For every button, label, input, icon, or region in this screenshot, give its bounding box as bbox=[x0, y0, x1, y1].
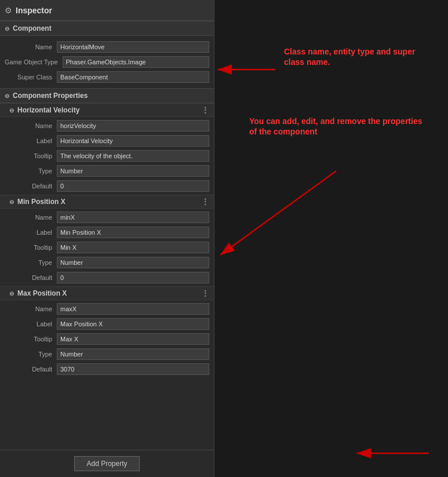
field-row-horiz-velocity-4: Default bbox=[0, 179, 214, 194]
field-label-max-position-x-0: Name bbox=[5, 305, 57, 312]
field-row-max-position-x-3: Type bbox=[0, 347, 214, 362]
class-annotation-text: Class name, entity type and super class … bbox=[284, 46, 435, 67]
field-input-min-position-x-1[interactable] bbox=[57, 227, 209, 238]
field-label-horiz-velocity-3: Type bbox=[5, 168, 57, 174]
prop-group-title-horiz-velocity: Horizontal Velocity bbox=[17, 106, 79, 114]
field-type-input-max-position-x-3[interactable] bbox=[57, 348, 209, 360]
field-row-min-position-x-3: Type bbox=[0, 255, 214, 270]
field-row-horiz-velocity-1: Label bbox=[0, 133, 214, 148]
field-label-min-position-x-0: Name bbox=[5, 214, 57, 221]
inspector-panel: ⚙ Inspector ⊖ Component Name Game Object… bbox=[0, 0, 214, 477]
field-input-max-position-x-4[interactable] bbox=[57, 363, 209, 375]
field-label-max-position-x-3: Type bbox=[5, 351, 57, 358]
field-row-min-position-x-4: Default bbox=[0, 270, 214, 285]
collapse-icon-horiz-velocity[interactable]: ⊖ bbox=[9, 107, 14, 114]
field-label-horiz-velocity-4: Default bbox=[5, 183, 57, 190]
field-label-horiz-velocity-2: Tooltip bbox=[5, 152, 57, 159]
prop-group-menu-horiz-velocity[interactable]: ⋮ bbox=[201, 105, 209, 115]
field-label-horiz-velocity-0: Name bbox=[5, 122, 57, 129]
field-row-horiz-velocity-0: Name bbox=[0, 118, 214, 133]
component-section-header[interactable]: ⊖ Component bbox=[0, 21, 214, 36]
game-object-type-row: Game Object Type bbox=[0, 54, 214, 70]
collapse-icon-max-position-x[interactable]: ⊖ bbox=[9, 290, 14, 297]
component-collapse-icon[interactable]: ⊖ bbox=[5, 26, 9, 32]
field-row-max-position-x-2: Tooltip bbox=[0, 332, 214, 347]
field-label-max-position-x-4: Default bbox=[5, 366, 57, 373]
field-row-horiz-velocity-2: Tooltip bbox=[0, 148, 214, 163]
prop-group-menu-min-position-x[interactable]: ⋮ bbox=[201, 197, 209, 206]
prop-group-content-horiz-velocity: NameLabelTooltipTypeDefault bbox=[0, 117, 214, 195]
field-row-min-position-x-0: Name bbox=[0, 210, 214, 225]
field-input-horiz-velocity-4[interactable] bbox=[57, 180, 209, 192]
annotation-arrows bbox=[214, 0, 448, 477]
prop-group-header-max-position-x[interactable]: ⊖ Max Position X ⋮ bbox=[0, 286, 214, 300]
prop-group-header-horiz-velocity[interactable]: ⊖ Horizontal Velocity ⋮ bbox=[0, 103, 214, 117]
field-input-horiz-velocity-1[interactable] bbox=[57, 135, 209, 147]
field-input-min-position-x-0[interactable] bbox=[57, 212, 209, 223]
field-type-input-min-position-x-3[interactable] bbox=[57, 257, 209, 268]
collapse-icon-min-position-x[interactable]: ⊖ bbox=[9, 199, 14, 205]
annotation-area: Class name, entity type and super class … bbox=[214, 0, 448, 477]
super-class-label: Super Class bbox=[5, 74, 57, 81]
game-object-type-label: Game Object Type bbox=[5, 59, 63, 65]
field-input-max-position-x-0[interactable] bbox=[57, 303, 209, 315]
gear-icon: ⚙ bbox=[5, 6, 12, 15]
prop-group-content-max-position-x: NameLabelTooltipTypeDefault bbox=[0, 300, 214, 378]
field-label-max-position-x-1: Label bbox=[5, 321, 57, 327]
field-input-max-position-x-2[interactable] bbox=[57, 333, 209, 345]
inspector-title: Inspector bbox=[16, 6, 52, 15]
field-label-min-position-x-2: Tooltip bbox=[5, 244, 57, 251]
component-name-label: Name bbox=[5, 43, 57, 50]
add-property-button[interactable]: Add Property bbox=[74, 456, 139, 471]
field-row-min-position-x-2: Tooltip bbox=[0, 240, 214, 255]
prop-group-title-min-position-x: Min Position X bbox=[17, 198, 65, 206]
super-class-input[interactable] bbox=[57, 71, 209, 83]
field-label-min-position-x-1: Label bbox=[5, 229, 57, 236]
prop-group-title-max-position-x: Max Position X bbox=[17, 289, 67, 297]
property-groups-container: ⊖ Horizontal Velocity ⋮ NameLabelTooltip… bbox=[0, 103, 214, 378]
inspector-content[interactable]: ⊖ Component Name Game Object Type Super … bbox=[0, 21, 214, 450]
inspector-header: ⚙ Inspector bbox=[0, 0, 214, 21]
svg-line-3 bbox=[220, 171, 336, 255]
field-input-horiz-velocity-2[interactable] bbox=[57, 150, 209, 162]
field-label-horiz-velocity-1: Label bbox=[5, 137, 57, 144]
field-input-min-position-x-2[interactable] bbox=[57, 242, 209, 253]
prop-group-content-min-position-x: NameLabelTooltipTypeDefault bbox=[0, 209, 214, 286]
field-input-max-position-x-1[interactable] bbox=[57, 318, 209, 330]
component-name-input[interactable] bbox=[57, 41, 209, 53]
field-row-min-position-x-1: Label bbox=[0, 225, 214, 240]
field-row-horiz-velocity-3: Type bbox=[0, 163, 214, 179]
field-type-input-horiz-velocity-3[interactable] bbox=[57, 165, 209, 177]
component-name-row: Name bbox=[0, 39, 214, 54]
component-section-label: Component bbox=[13, 24, 52, 32]
component-properties-section-header[interactable]: ⊖ Component Properties bbox=[0, 88, 214, 103]
field-input-horiz-velocity-0[interactable] bbox=[57, 120, 209, 132]
prop-group-menu-max-position-x[interactable]: ⋮ bbox=[201, 289, 209, 298]
component-properties-label: Component Properties bbox=[13, 92, 88, 100]
game-object-type-input[interactable] bbox=[63, 56, 209, 68]
super-class-row: Super Class bbox=[0, 70, 214, 85]
properties-annotation-text: You can add, edit, and remove the proper… bbox=[249, 116, 429, 137]
field-row-max-position-x-4: Default bbox=[0, 362, 214, 377]
field-label-min-position-x-3: Type bbox=[5, 259, 57, 266]
field-row-max-position-x-0: Name bbox=[0, 301, 214, 316]
field-row-max-position-x-1: Label bbox=[0, 316, 214, 332]
component-properties-collapse-icon[interactable]: ⊖ bbox=[5, 93, 9, 99]
field-input-min-position-x-4[interactable] bbox=[57, 272, 209, 283]
field-label-max-position-x-2: Tooltip bbox=[5, 336, 57, 343]
prop-group-header-min-position-x[interactable]: ⊖ Min Position X ⋮ bbox=[0, 195, 214, 209]
field-label-min-position-x-4: Default bbox=[5, 274, 57, 281]
component-form: Name Game Object Type Super Class bbox=[0, 36, 214, 88]
inspector-footer: Add Property bbox=[0, 450, 214, 477]
